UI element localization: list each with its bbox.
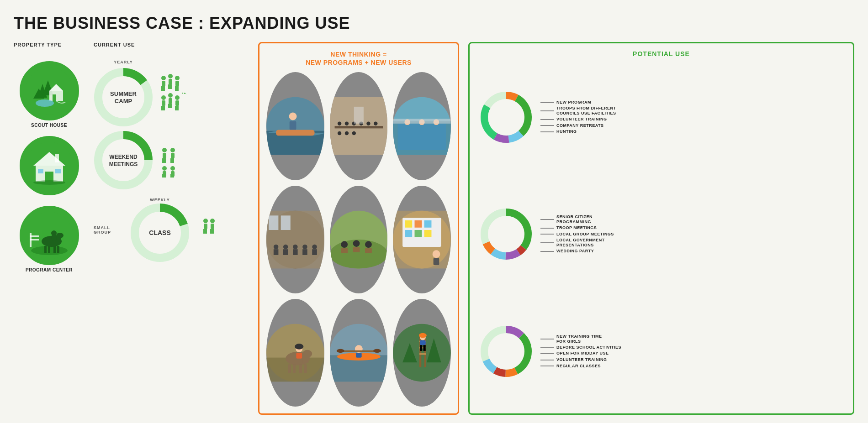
svg-rect-175 xyxy=(419,353,426,355)
svg-rect-158 xyxy=(296,353,302,359)
pot-label-before-school: BEFORE SCHOOL ACTIVITIES xyxy=(540,345,844,350)
svg-point-133 xyxy=(365,241,372,248)
current-row-summer-camp: YEARLY SUMMER CAMP xyxy=(94,61,249,125)
svg-rect-154 xyxy=(293,364,296,373)
svg-rect-145 xyxy=(424,230,432,237)
svg-rect-84 xyxy=(205,229,207,234)
svg-point-103 xyxy=(374,122,377,125)
svg-rect-72 xyxy=(162,174,164,178)
photo-planning-board xyxy=(393,186,451,293)
svg-point-99 xyxy=(344,122,348,125)
svg-rect-53 xyxy=(170,104,172,108)
svg-rect-86 xyxy=(211,224,214,229)
svg-rect-39 xyxy=(169,79,172,84)
svg-point-104 xyxy=(338,131,341,135)
svg-rect-118 xyxy=(281,215,291,230)
svg-rect-110 xyxy=(398,124,446,150)
donut-weekend: WEEKEND MEETINGS xyxy=(94,131,153,190)
pot-label-hunting: HUNTING xyxy=(540,129,844,135)
svg-point-119 xyxy=(274,244,279,249)
svg-point-85 xyxy=(210,219,215,223)
main-layout: PROPERTY TYPE xyxy=(14,42,854,415)
svg-point-81 xyxy=(203,219,208,223)
svg-rect-179 xyxy=(423,345,426,351)
svg-point-38 xyxy=(168,74,173,78)
svg-point-131 xyxy=(341,241,348,248)
svg-point-125 xyxy=(302,244,307,249)
svg-point-167 xyxy=(373,349,381,352)
svg-rect-20 xyxy=(30,239,39,240)
svg-rect-40 xyxy=(168,84,170,89)
svg-rect-48 xyxy=(161,106,163,110)
svg-rect-141 xyxy=(415,220,422,227)
svg-rect-23 xyxy=(56,236,61,242)
svg-rect-128 xyxy=(312,249,317,255)
svg-rect-87 xyxy=(210,229,212,234)
potential-labels-2: NEW TRAINING TIMEFOR GIRLS BEFORE SCHOOL… xyxy=(540,334,844,369)
svg-text:MEETINGS: MEETINGS xyxy=(109,161,138,167)
svg-rect-6 xyxy=(53,94,56,101)
svg-rect-27 xyxy=(57,246,59,253)
svg-rect-73 xyxy=(164,174,166,178)
svg-rect-164 xyxy=(356,353,362,358)
svg-rect-35 xyxy=(162,81,165,86)
svg-rect-122 xyxy=(283,249,288,255)
potential-use-section: POTENTIAL USE NEW PROGRAM TROOPS FROM DI… xyxy=(468,42,854,415)
svg-rect-155 xyxy=(299,364,302,373)
svg-rect-144 xyxy=(415,230,422,237)
pot-label-senior: SENIOR CITIZENPROGRAMMING xyxy=(540,214,844,225)
svg-point-121 xyxy=(283,244,288,249)
svg-point-15 xyxy=(33,180,65,185)
pot-label-local-gov: LOCAL GOVERNMENTPRESENTATIONS xyxy=(540,238,844,248)
photo-kayak xyxy=(330,299,388,407)
svg-rect-178 xyxy=(420,345,422,351)
svg-rect-117 xyxy=(269,215,278,230)
svg-rect-153 xyxy=(288,364,291,373)
potential-row-1: SENIOR CITIZENPROGRAMMING TROOP MEETINGS… xyxy=(479,207,844,261)
potential-labels-1: SENIOR CITIZENPROGRAMMING TROOP MEETINGS… xyxy=(540,214,844,254)
photo-rafting xyxy=(266,72,324,180)
current-use-rows: YEARLY SUMMER CAMP xyxy=(94,61,249,262)
svg-point-98 xyxy=(338,122,341,125)
svg-rect-107 xyxy=(354,107,363,124)
svg-rect-67 xyxy=(171,153,175,158)
potential-use-title: POTENTIAL USE xyxy=(479,50,844,57)
svg-rect-97 xyxy=(334,126,383,128)
photo-horseback xyxy=(266,299,324,407)
svg-rect-65 xyxy=(164,158,166,163)
svg-text:WEEKEND: WEEKEND xyxy=(109,154,138,160)
svg-rect-69 xyxy=(172,158,174,163)
pot-label-midday: OPEN FOR MIDDAY USE xyxy=(540,351,844,356)
prop-item-scout-house: SCOUT HOUSE xyxy=(14,61,85,128)
svg-text:CLASS: CLASS xyxy=(149,229,170,236)
potential-labels-0: NEW PROGRAM TROOPS FROM DIFFERENTCOUNCIL… xyxy=(540,100,844,135)
prop-item-horse: PROGRAM CENTER xyxy=(14,206,85,272)
potential-rows: NEW PROGRAM TROOPS FROM DIFFERENTCOUNCIL… xyxy=(479,62,844,407)
svg-point-91 xyxy=(289,113,297,120)
pot-label-volunteer-1: VOLUNTEER TRAINING xyxy=(540,117,844,122)
prop-label-horse: PROGRAM CENTER xyxy=(26,267,73,272)
svg-rect-156 xyxy=(304,364,307,373)
current-use-label: CURRENT USE xyxy=(94,42,249,47)
page-title: THE BUSINESS CASE : EXPANDING USE xyxy=(14,14,854,33)
donut-summer-camp: SUMMER CAMP xyxy=(94,68,153,127)
svg-rect-136 xyxy=(365,248,372,253)
svg-rect-41 xyxy=(170,84,172,89)
svg-point-102 xyxy=(366,122,370,125)
prop-label-scout-house: SCOUT HOUSE xyxy=(31,123,67,128)
svg-rect-126 xyxy=(302,249,307,255)
svg-point-74 xyxy=(170,166,175,171)
svg-rect-36 xyxy=(161,86,163,91)
svg-rect-44 xyxy=(175,86,177,91)
people-medium-group xyxy=(158,146,187,178)
svg-rect-26 xyxy=(53,246,56,253)
svg-rect-52 xyxy=(168,104,170,108)
svg-point-132 xyxy=(353,240,360,247)
potential-donut-1 xyxy=(479,207,534,261)
svg-rect-25 xyxy=(48,246,50,253)
svg-point-46 xyxy=(161,95,166,100)
svg-point-42 xyxy=(175,76,180,80)
pot-label-training-girls: NEW TRAINING TIMEFOR GIRLS xyxy=(540,334,844,344)
svg-rect-142 xyxy=(424,220,432,227)
pot-label-new-program: NEW PROGRAM xyxy=(540,100,844,105)
